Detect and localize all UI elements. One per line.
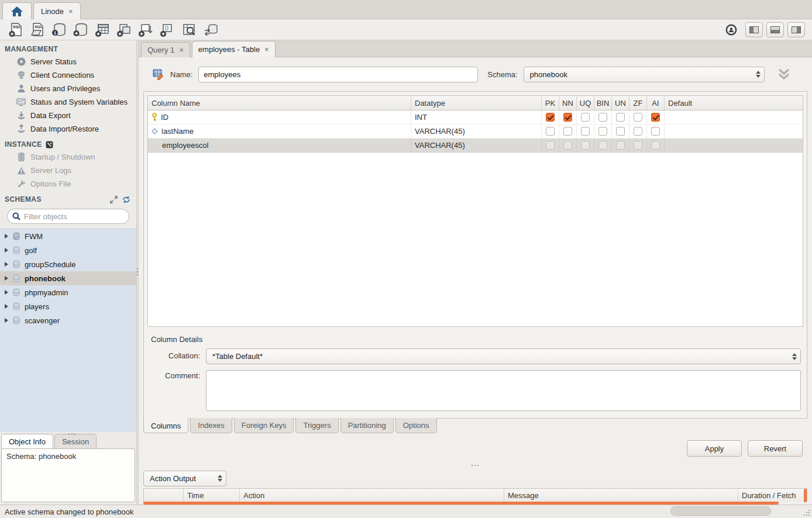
col-header-datatype[interactable]: Datatype	[411, 96, 542, 110]
subtab-columns[interactable]: Columns	[143, 418, 188, 433]
schema-item-groupschedule[interactable]: groupSchedule	[0, 257, 136, 271]
checkbox-nn[interactable]	[563, 141, 572, 150]
col-header-pk[interactable]: PK	[542, 96, 559, 110]
checkbox-pk[interactable]	[546, 141, 555, 150]
col-header-ai[interactable]: AI	[647, 96, 665, 110]
window-resize-grip[interactable]	[803, 509, 810, 516]
subtab-indexes[interactable]: Indexes	[190, 418, 232, 433]
checkbox-ai[interactable]	[651, 127, 660, 136]
output-type-select[interactable]: Action Output	[143, 471, 226, 486]
close-icon[interactable]: ×	[68, 7, 73, 16]
expander-icon[interactable]	[5, 318, 8, 323]
new-sql-tab-icon[interactable]: SQL	[5, 21, 26, 39]
output-col-status[interactable]	[144, 489, 184, 502]
create-table-icon[interactable]	[91, 21, 113, 39]
create-procedure-icon[interactable]	[135, 21, 156, 39]
checkbox-uq[interactable]	[581, 127, 590, 136]
comment-textarea[interactable]	[206, 370, 801, 411]
toggle-left-panel-button[interactable]	[745, 22, 763, 37]
collation-select[interactable]: *Table Default*	[206, 348, 801, 364]
expander-icon[interactable]	[5, 234, 8, 239]
schema-filter-input[interactable]	[24, 212, 127, 221]
col-header-un[interactable]: UN	[612, 96, 629, 110]
schema-item-golf[interactable]: golf	[0, 243, 136, 257]
notification-status-icon[interactable]	[720, 21, 742, 39]
schema-item-scavenger[interactable]: scavenger	[0, 313, 136, 327]
checkbox-un[interactable]	[616, 141, 625, 150]
table-name-input[interactable]	[198, 67, 478, 82]
checkbox-pk[interactable]	[546, 127, 555, 136]
connection-tab-linode[interactable]: Linode ×	[33, 2, 81, 19]
subtab-partitioning[interactable]: Partitioning	[340, 418, 394, 433]
open-sql-script-icon[interactable]: SQL	[26, 21, 48, 39]
col-header-default[interactable]: Default	[665, 96, 803, 110]
refresh-schemas-icon[interactable]	[122, 196, 130, 203]
database-info-icon[interactable]: i	[48, 21, 70, 39]
expander-icon[interactable]	[5, 262, 8, 267]
col-header-column-name[interactable]: Column Name	[148, 96, 411, 110]
checkbox-bin[interactable]	[598, 113, 607, 122]
checkbox-nn[interactable]	[563, 127, 572, 136]
checkbox-nn[interactable]	[563, 113, 572, 122]
output-col-time[interactable]: Time	[184, 489, 240, 502]
sidebar-item-data-import[interactable]: Data Import/Restore	[0, 122, 136, 136]
output-col-action[interactable]: Action	[240, 489, 504, 502]
tab-object-info[interactable]: Object Info	[1, 434, 53, 448]
schema-select[interactable]: phonebook	[524, 67, 765, 82]
close-icon[interactable]: ×	[179, 46, 184, 54]
data-transfer-icon[interactable]	[199, 21, 221, 39]
revert-button[interactable]: Revert	[748, 440, 803, 457]
grid-empty-area[interactable]	[148, 153, 803, 326]
tab-employees-table[interactable]: employees - Table ×	[192, 41, 276, 57]
checkbox-un[interactable]	[616, 113, 625, 122]
checkbox-uq[interactable]	[581, 113, 590, 122]
schema-item-fwm[interactable]: FWM	[0, 229, 136, 243]
checkbox-zf[interactable]	[634, 141, 642, 150]
tab-session[interactable]: Session	[54, 434, 97, 448]
subtab-foreign-keys[interactable]: Foreign Keys	[234, 418, 294, 433]
schema-item-phonebook[interactable]: phonebook	[0, 271, 136, 285]
checkbox-zf[interactable]	[634, 127, 642, 136]
col-header-uq[interactable]: UQ	[577, 96, 594, 110]
col-header-zf[interactable]: ZF	[629, 96, 647, 110]
checkbox-bin[interactable]	[598, 141, 607, 150]
schema-item-players[interactable]: players	[0, 299, 136, 313]
sidebar-item-client-connections[interactable]: Client Connections	[0, 68, 136, 82]
sidebar-item-server-logs[interactable]: Server Logs	[0, 164, 136, 177]
col-header-bin[interactable]: BIN	[594, 96, 612, 110]
expander-icon[interactable]	[5, 290, 8, 295]
apply-button[interactable]: Apply	[687, 440, 742, 457]
column-row-id[interactable]: ID INT	[148, 110, 803, 125]
checkbox-uq[interactable]	[581, 141, 590, 150]
sidebar-item-users-privileges[interactable]: Users and Privileges	[0, 82, 136, 95]
expander-icon[interactable]	[5, 248, 8, 253]
checkbox-bin[interactable]	[598, 127, 607, 136]
tab-query-1[interactable]: Query 1 ×	[141, 42, 190, 57]
toggle-bottom-panel-button[interactable]	[766, 22, 784, 37]
home-tab[interactable]	[2, 2, 32, 19]
toggle-right-panel-button[interactable]	[787, 22, 805, 37]
create-view-icon[interactable]	[113, 21, 135, 39]
sidebar-item-status-system-variables[interactable]: Status and System Variables	[0, 95, 136, 109]
create-schema-icon[interactable]	[70, 21, 91, 39]
column-row-lastname[interactable]: lastName VARCHAR(45)	[148, 125, 803, 139]
collapse-header-chevron-icon[interactable]	[776, 68, 792, 81]
checkbox-ai[interactable]	[651, 141, 660, 150]
output-splitter[interactable]	[139, 462, 812, 468]
sidebar-item-server-status[interactable]: Server Status	[0, 55, 136, 68]
expander-icon[interactable]	[5, 276, 8, 281]
output-vertical-scrollbar[interactable]	[804, 489, 807, 502]
output-col-message[interactable]: Message	[504, 489, 738, 502]
subtab-triggers[interactable]: Triggers	[295, 418, 338, 433]
column-row-employeescol[interactable]: employeescol VARCHAR(45)	[148, 139, 803, 153]
sidebar-item-options-file[interactable]: Options File	[0, 177, 136, 191]
checkbox-pk[interactable]	[546, 113, 555, 122]
checkbox-zf[interactable]	[634, 113, 642, 122]
checkbox-ai[interactable]	[651, 113, 660, 122]
subtab-options[interactable]: Options	[395, 418, 437, 433]
output-col-duration[interactable]: Duration / Fetch	[738, 489, 807, 502]
close-icon[interactable]: ×	[264, 45, 269, 54]
schema-item-phpmyadmin[interactable]: phpmyadmin	[0, 285, 136, 299]
expand-schemas-icon[interactable]	[110, 196, 118, 203]
table-inspector-icon[interactable]	[178, 21, 199, 39]
